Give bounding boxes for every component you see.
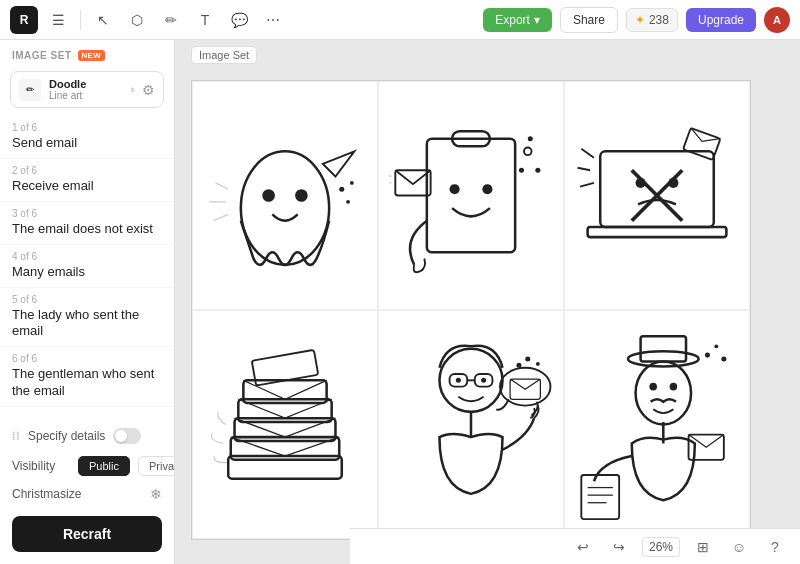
smiley-button[interactable]: ☺: [726, 534, 752, 560]
item-num: 3 of 6: [12, 208, 162, 219]
text-tool[interactable]: T: [191, 6, 219, 34]
canvas-cell-5: [378, 310, 564, 539]
list-item[interactable]: 1 of 6 Send email: [0, 116, 174, 159]
list-item[interactable]: 5 of 6 The lady who sent the email: [0, 288, 174, 348]
public-button[interactable]: Public: [78, 456, 130, 476]
style-text: Doodle Line art: [49, 78, 123, 101]
specify-toggle[interactable]: [113, 428, 141, 444]
sketch-send-email: [203, 92, 367, 299]
star-icon: ✦: [635, 13, 645, 27]
share-button[interactable]: Share: [560, 7, 618, 33]
upgrade-button[interactable]: Upgrade: [686, 8, 756, 32]
logo[interactable]: R: [10, 6, 38, 34]
customsize-row: Christmasize ❄: [0, 480, 174, 508]
redo-button[interactable]: ↪: [606, 534, 632, 560]
svg-point-18: [519, 168, 524, 173]
more-tool[interactable]: ⋯: [259, 6, 287, 34]
svg-point-40: [456, 378, 461, 383]
canvas-label: Image Set: [191, 46, 257, 64]
style-icon: ✏: [19, 79, 41, 101]
undo-button[interactable]: ↩: [570, 534, 596, 560]
menu-button[interactable]: ☰: [44, 6, 72, 34]
svg-point-1: [262, 189, 275, 202]
item-label: Many emails: [12, 264, 162, 281]
svg-point-2: [295, 189, 308, 202]
svg-point-60: [714, 344, 718, 348]
svg-point-45: [516, 363, 521, 368]
zoom-level[interactable]: 26%: [642, 537, 680, 557]
chevron-right-icon: ›: [131, 84, 134, 95]
list-item[interactable]: 2 of 6 Receive email: [0, 159, 174, 202]
item-num: 6 of 6: [12, 353, 162, 364]
help-button[interactable]: ?: [762, 534, 788, 560]
dots-icon: ⁞⁞: [12, 429, 20, 443]
specify-row: ⁞⁞ Specify details: [0, 420, 174, 452]
toggle-knob: [115, 430, 127, 442]
canvas-cell-6: [564, 310, 750, 539]
style-sub: Line art: [49, 90, 123, 101]
svg-point-19: [528, 136, 533, 141]
svg-rect-49: [641, 336, 686, 361]
svg-point-46: [525, 356, 530, 361]
snowflake-icon[interactable]: ❄: [150, 486, 162, 502]
svg-point-48: [628, 351, 699, 366]
canvas-cell-4: [192, 310, 378, 539]
svg-rect-9: [427, 139, 515, 253]
items-list: 1 of 6 Send email 2 of 6 Receive email 3…: [0, 116, 174, 420]
item-label: Receive email: [12, 178, 162, 195]
new-badge: NEW: [78, 50, 106, 61]
svg-point-17: [535, 168, 540, 173]
chevron-down-icon: ▾: [534, 13, 540, 27]
item-num: 1 of 6: [12, 122, 162, 133]
canvas-cell-3: [564, 81, 750, 310]
sketch-lady-email: [389, 321, 553, 528]
svg-point-41: [481, 378, 486, 383]
visibility-row: Visibility Public Private: [0, 452, 174, 480]
private-button[interactable]: Private: [138, 456, 175, 476]
list-item[interactable]: 4 of 6 Many emails: [0, 245, 174, 288]
item-num: 5 of 6: [12, 294, 162, 305]
toolbar: R ☰ ↖ ⬡ ✏ T 💬 ⋯ Export ▾ Share ✦ 238 Upg…: [0, 0, 800, 40]
item-num: 2 of 6: [12, 165, 162, 176]
svg-point-6: [339, 187, 344, 192]
item-label: The email does not exist: [12, 221, 162, 238]
recraft-button[interactable]: Recraft: [12, 516, 162, 552]
svg-rect-54: [581, 475, 619, 519]
sketch-email-not-exist: [575, 92, 739, 299]
settings-icon[interactable]: ⚙: [142, 82, 155, 98]
canvas-cell-2: [378, 81, 564, 310]
svg-rect-26: [683, 128, 720, 160]
svg-line-14: [389, 173, 392, 177]
svg-line-5: [213, 214, 228, 220]
list-item[interactable]: 3 of 6 The email does not exist: [0, 202, 174, 245]
svg-line-29: [580, 183, 594, 187]
shape-tool[interactable]: ⬡: [123, 6, 151, 34]
style-name: Doodle: [49, 78, 123, 90]
main-layout: IMAGE SET NEW ✏ Doodle Line art › ⚙ 1 of…: [0, 40, 800, 564]
style-selector[interactable]: ✏ Doodle Line art › ⚙: [10, 71, 164, 108]
svg-line-3: [216, 183, 229, 189]
svg-rect-21: [588, 227, 727, 237]
sketch-receive-email: [389, 92, 553, 299]
bubble-tool[interactable]: 💬: [225, 6, 253, 34]
svg-rect-20: [600, 151, 714, 227]
select-tool[interactable]: ↖: [89, 6, 117, 34]
svg-point-25: [668, 178, 678, 188]
svg-point-47: [536, 362, 540, 366]
sketch-many-emails: [203, 321, 367, 528]
avatar[interactable]: A: [764, 7, 790, 33]
svg-line-27: [581, 149, 594, 158]
layers-button[interactable]: ⊞: [690, 534, 716, 560]
item-label: The lady who sent the email: [12, 307, 162, 341]
svg-point-50: [636, 361, 692, 424]
credits-badge[interactable]: ✦ 238: [626, 8, 678, 32]
item-num: 4 of 6: [12, 251, 162, 262]
svg-point-7: [350, 181, 354, 185]
export-button[interactable]: Export ▾: [483, 8, 552, 32]
svg-point-12: [482, 184, 492, 194]
pen-tool[interactable]: ✏: [157, 6, 185, 34]
list-item[interactable]: 6 of 6 The gentleman who sent the email: [0, 347, 174, 407]
bottom-bar: ↩ ↪ 26% ⊞ ☺ ?: [350, 528, 800, 564]
svg-point-16: [524, 148, 532, 156]
toolbar-right: Export ▾ Share ✦ 238 Upgrade A: [483, 7, 790, 33]
